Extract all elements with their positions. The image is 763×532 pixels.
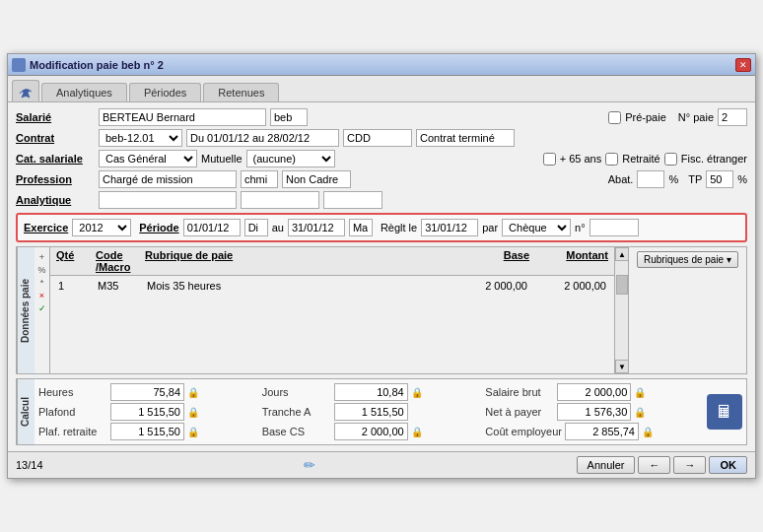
salarie-row: Salarié Pré-paie N° paie — [16, 108, 747, 126]
jours-label: Jours — [262, 386, 331, 398]
tab-retenues[interactable]: Retenues — [203, 83, 279, 101]
analytique-field3[interactable] — [323, 191, 382, 209]
abat-input[interactable] — [637, 170, 664, 188]
num-paie-input[interactable] — [718, 108, 747, 126]
reglt-label: Règlt le — [381, 222, 417, 233]
action-ok[interactable]: ✓ — [36, 302, 48, 314]
rubrique-btn[interactable]: Rubriques de paie ▾ — [637, 251, 738, 268]
footer: 13/14 ✏ Annuler ← → OK — [8, 451, 755, 478]
salarie-label: Salarié — [16, 111, 95, 123]
analytique-field1[interactable] — [99, 191, 237, 209]
periode-fin-input[interactable] — [288, 219, 345, 236]
scroll-up[interactable]: ▲ — [615, 247, 629, 261]
au-label: au — [272, 222, 284, 233]
exercice-select[interactable]: 2012 — [72, 219, 131, 236]
periode-debut-suffix[interactable] — [244, 219, 268, 236]
num-paie-label: N° paie — [678, 111, 714, 123]
net-row: Net à payer 🔒 — [485, 403, 701, 421]
scroll-down[interactable]: ▼ — [615, 360, 629, 373]
donnees-paie-label: Données paie — [17, 247, 35, 373]
contrat-select[interactable]: beb-12.01 — [99, 129, 182, 147]
tab-bar: Analytiques Périodes Retenues — [8, 76, 755, 102]
table-scrollbar[interactable]: ▲ ▼ — [614, 247, 628, 373]
action-del[interactable]: × — [36, 290, 48, 301]
footer-nav: Annuler ← → OK — [577, 456, 747, 474]
contrat-status-input[interactable] — [416, 129, 515, 147]
par-label: par — [482, 222, 498, 233]
plaf-retraite-row: Plaf. retraite 🔒 — [38, 423, 254, 440]
analytique-field2[interactable] — [241, 191, 319, 209]
mutuelle-select[interactable]: (aucune) — [246, 150, 335, 167]
exercice-label: Exercice — [24, 222, 68, 233]
cell-code: M35 — [96, 279, 145, 293]
annuler-button[interactable]: Annuler — [577, 456, 636, 474]
contrat-label: Contrat — [16, 132, 95, 144]
action-pct[interactable]: % — [36, 264, 48, 276]
periode-label: Période — [139, 222, 178, 233]
contrat-type-input[interactable] — [343, 129, 412, 147]
heures-lock: 🔒 — [187, 387, 199, 398]
net-input[interactable] — [557, 403, 631, 421]
trancheA-input[interactable] — [334, 403, 408, 421]
reglt-date-input[interactable] — [421, 219, 478, 236]
plafond-lock: 🔒 — [187, 407, 199, 418]
salarie-name-input[interactable] — [99, 108, 266, 126]
tab-icon[interactable] — [12, 80, 39, 101]
cout-input[interactable] — [565, 423, 639, 440]
cout-row: Coût employeur 🔒 — [485, 423, 701, 440]
par-select[interactable]: Chèque — [502, 219, 571, 236]
ok-button[interactable]: OK — [709, 456, 747, 474]
action-mul[interactable]: * — [36, 277, 48, 289]
col-montant: Montant — [531, 248, 610, 274]
plaf-retraite-label: Plaf. retraite — [38, 426, 107, 437]
plus65-label: + 65 ans — [560, 153, 602, 165]
periode-fin-suffix[interactable] — [349, 219, 373, 236]
calcul-grid: Heures 🔒 Jours 🔒 Salaire brut 🔒 Plafond — [38, 383, 701, 440]
fisc-label: Fisc. étranger — [681, 153, 747, 165]
action-add[interactable]: + — [36, 251, 48, 263]
prepaye-checkbox[interactable] — [608, 111, 621, 124]
titlebar-left: Modification paie beb n° 2 — [12, 58, 164, 72]
cell-rubrique: Mois 35 heures — [145, 279, 451, 293]
pen-icon: ✏ — [304, 457, 315, 473]
profession-input[interactable] — [99, 170, 237, 188]
heures-label: Heures — [38, 386, 107, 398]
abat-pct: % — [668, 173, 678, 185]
prev-button[interactable]: ← — [638, 456, 670, 474]
abat-label: Abat. — [608, 173, 634, 185]
heures-row: Heures 🔒 — [38, 383, 254, 401]
table-row[interactable]: 1 M35 Mois 35 heures 2 000,00 2 000,00 — [54, 278, 610, 294]
plafond-input[interactable] — [110, 403, 184, 421]
calculator-icon[interactable]: 🖩 — [707, 394, 742, 430]
next-button[interactable]: → — [673, 456, 706, 474]
baseCS-input[interactable] — [334, 423, 408, 440]
tab-periodes[interactable]: Périodes — [129, 83, 201, 101]
plafond-row: Plafond 🔒 — [38, 403, 254, 421]
salaire-input[interactable] — [557, 383, 631, 401]
close-button[interactable]: ✕ — [735, 58, 751, 72]
jours-input[interactable] — [334, 383, 408, 401]
fisc-checkbox[interactable] — [664, 153, 677, 166]
salarie-code-input[interactable] — [270, 108, 308, 126]
heures-input[interactable] — [110, 383, 184, 401]
app-icon — [12, 58, 26, 72]
plaf-retraite-input[interactable] — [110, 423, 184, 440]
profession-code-input[interactable] — [241, 170, 278, 188]
baseCS-label: Base CS — [262, 426, 331, 437]
scroll-thumb[interactable] — [616, 275, 628, 295]
periode-debut-input[interactable] — [183, 219, 241, 236]
table-area: Qté Code /Macro Rubrique de paie Base Mo… — [50, 247, 614, 373]
no-input[interactable] — [590, 219, 639, 236]
salaire-row: Salaire brut 🔒 — [485, 383, 701, 401]
contrat-periode-input[interactable] — [186, 129, 339, 147]
tab-analytiques[interactable]: Analytiques — [41, 83, 127, 101]
cell-qte: 1 — [56, 279, 96, 293]
cat-salariale-select[interactable]: Cas Général — [99, 150, 197, 167]
form-content: Salarié Pré-paie N° paie Contrat beb-12.… — [8, 102, 755, 451]
profession-type-input[interactable] — [282, 170, 351, 188]
prepaye-label: Pré-paie — [625, 111, 666, 123]
cout-lock: 🔒 — [642, 427, 654, 437]
retraite-checkbox[interactable] — [605, 153, 618, 166]
plus65-checkbox[interactable] — [543, 153, 556, 166]
tp-input[interactable] — [706, 170, 733, 188]
